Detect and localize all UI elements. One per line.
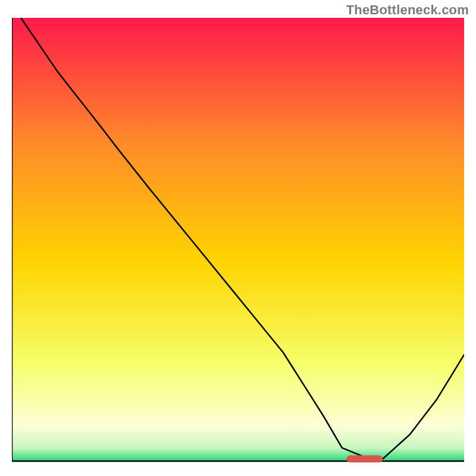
gradient-background xyxy=(12,18,464,461)
bottleneck-plot xyxy=(12,18,464,464)
watermark-text: TheBottleneck.com xyxy=(346,2,469,18)
optimal-marker xyxy=(346,455,383,462)
chart-stage: TheBottleneck.com xyxy=(0,0,476,476)
